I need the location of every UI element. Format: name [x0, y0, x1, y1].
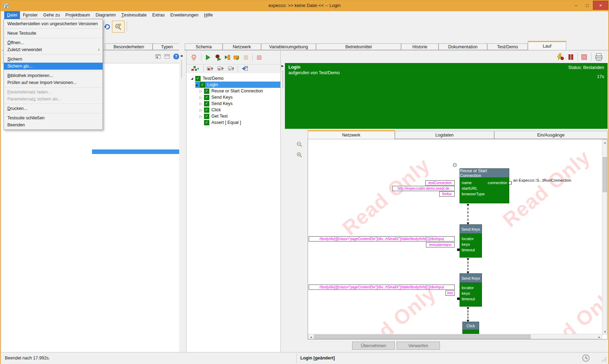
expand-toggle-icon[interactable]: ▷	[200, 114, 204, 118]
block-send-keys-1[interactable]: Send Keys locator keys timeout	[460, 224, 482, 258]
vertical-scrollbar[interactable]: ▴ ▾	[602, 139, 607, 335]
input-value-browsertype[interactable]: firefox	[439, 191, 455, 197]
tab-result-netzwerk[interactable]: Netzwerk	[308, 130, 395, 139]
tree-item-get-text[interactable]: ▷ ✓ Get Text	[200, 113, 280, 119]
hide-passed-icon[interactable]: ▾	[189, 65, 201, 72]
menu-hilfe[interactable]: Hilfe	[201, 11, 216, 19]
checkbox[interactable]: ✓	[204, 89, 209, 94]
scroll-up-icon[interactable]: ▴	[602, 140, 608, 145]
tree-item-click[interactable]: ▷ ✓ Click	[200, 107, 280, 113]
expand-toggle-icon[interactable]: ◢	[191, 77, 195, 80]
help-icon[interactable]: ?	[172, 52, 180, 60]
tab-lauf[interactable]: Lauf	[528, 41, 566, 50]
resize-grip[interactable]	[602, 357, 607, 363]
result-splitter[interactable]: ▶	[281, 50, 285, 352]
tree-item-reuse-connection[interactable]: ▷ ✓ Reuse or Start Connection	[200, 88, 280, 94]
stop-run-icon[interactable]	[580, 53, 588, 61]
menu-diagramm[interactable]: Diagramm	[93, 11, 119, 19]
tab-result-logdaten[interactable]: Logdaten	[395, 131, 494, 139]
splitter-handle[interactable]	[282, 71, 283, 88]
tab-betriebsmittel[interactable]: Betriebsmittel	[316, 43, 401, 50]
goto-caller-icon[interactable]	[241, 65, 249, 72]
frame-icon[interactable]	[163, 52, 171, 60]
checkbox[interactable]: ✓	[204, 120, 209, 125]
history-icon[interactable]	[582, 354, 590, 363]
tab-variablenumgebung[interactable]: Variablenumgebung	[261, 43, 316, 50]
input-value-locator[interactable]: //body/div[@class="pageContentDiv"]/div.…	[309, 285, 455, 290]
output-pin[interactable]	[509, 181, 512, 184]
expand-toggle-icon[interactable]: ◢	[195, 83, 200, 86]
menu-item-testsuite-schliessen[interactable]: Testsuite schließen	[4, 114, 103, 121]
menu-fenster[interactable]: Fenster	[20, 11, 40, 19]
menu-gehe-zu[interactable]: Gehe zu	[41, 11, 63, 19]
maximize-button[interactable]: □	[582, 1, 593, 10]
left-splitter[interactable]: ◀	[179, 41, 184, 352]
block-send-keys-2[interactable]: Send Keys locator keys timeout	[460, 273, 482, 307]
menu-item-oeffnen[interactable]: Öffnen...	[4, 39, 103, 46]
menu-item-pruefen-import-versionen[interactable]: Prüfen auf neue Import-Versionen...	[4, 79, 103, 86]
pin-keys[interactable]: keys	[462, 242, 470, 246]
pause-icon[interactable]	[242, 54, 250, 61]
tab-result-ein-ausgaenge[interactable]: Ein/Ausgänge	[494, 131, 608, 139]
reload-icon[interactable]	[103, 22, 111, 31]
input-value-name[interactable]: testConnection	[425, 180, 455, 186]
expand-toggle-icon[interactable]: ▷	[200, 89, 204, 93]
network-diagram[interactable]: Read Only Read Only Read Only Read Only …	[308, 139, 608, 340]
pause-run-icon[interactable]	[567, 53, 575, 61]
splitter-handle[interactable]	[181, 60, 182, 78]
tree-item-login[interactable]: ◢ ✓ Login	[195, 82, 280, 88]
pin-starturl[interactable]: startURL	[462, 186, 477, 190]
tab-typen[interactable]: Typen	[153, 43, 181, 50]
zoom-out-icon[interactable]	[296, 141, 303, 148]
checkbox[interactable]: ✓	[200, 82, 205, 88]
expand-toggle-icon[interactable]: ▷	[200, 102, 204, 106]
discard-button[interactable]: Verwerfen	[397, 342, 440, 350]
collapse-right-icon[interactable]: ▶	[281, 64, 284, 68]
scrollbar-thumb[interactable]	[314, 335, 531, 339]
menu-item-drucken[interactable]: Drucken...	[4, 105, 103, 112]
run-with-breakpoints-icon[interactable]	[224, 54, 231, 61]
find-references-icon[interactable]	[112, 21, 125, 33]
project-tree-selected-row[interactable]	[92, 149, 181, 154]
pin-locator[interactable]: locator	[462, 286, 474, 290]
apply-button[interactable]: Übernehmen	[352, 342, 395, 350]
expand-toggle-icon[interactable]: ▷	[200, 108, 204, 112]
pin-locator[interactable]: locator	[462, 237, 474, 241]
tree-item-send-keys-2[interactable]: ▷ ✓ Send Keys	[200, 100, 280, 107]
checkbox[interactable]: ✓	[195, 76, 201, 81]
run-icon[interactable]	[204, 54, 212, 61]
menu-testresultate[interactable]: Testresultate	[119, 11, 149, 19]
menu-extras[interactable]: Extras	[149, 11, 167, 19]
collapse-left-icon[interactable]: ◀	[180, 54, 182, 57]
checkbox[interactable]: ✓	[204, 107, 209, 113]
scroll-down-icon[interactable]: ▾	[602, 329, 608, 334]
pin-timeout[interactable]: timeout	[462, 297, 475, 301]
tab-historie[interactable]: Historie	[401, 43, 439, 50]
tree-item-test-demo[interactable]: ◢ ✓ Test/Demo	[191, 75, 280, 82]
checkbox[interactable]: ✓	[204, 114, 209, 119]
zoom-in-icon[interactable]	[296, 151, 303, 159]
menu-item-neue-testsuite[interactable]: Neue Testsuite	[4, 30, 103, 37]
pin-browsertype[interactable]: browserType	[462, 192, 485, 196]
input-value-keys[interactable]: mmustermann	[426, 242, 455, 247]
input-value-locator[interactable]: //body/div[@class="pageContentDiv"]/div.…	[309, 236, 455, 241]
stop-icon[interactable]	[255, 54, 263, 61]
menu-item-sichern-als[interactable]: Sichern als...	[4, 63, 103, 70]
breakpoint-gray-icon[interactable]: ?	[217, 65, 224, 72]
menu-item-bibliothek-importieren[interactable]: Bibliothek importieren...	[4, 72, 103, 79]
scroll-right-icon[interactable]: ▸	[597, 334, 602, 340]
minimize-button[interactable]: –	[570, 1, 582, 10]
block-reuse-or-start-connection[interactable]: Reuse or Start Connection nameconnection…	[460, 168, 509, 203]
menu-item-wiederherstellen[interactable]: Wiederherstellen von ungesicherten Versi…	[4, 20, 103, 27]
menu-item-beenden[interactable]: Beenden	[4, 121, 103, 128]
pin-keys[interactable]: keys	[462, 291, 470, 295]
tab-test-demo[interactable]: Test/Demo	[487, 43, 528, 50]
menu-projektbaum[interactable]: Projektbaum	[63, 11, 93, 19]
breakpoint-red-icon[interactable]: ?	[206, 65, 214, 72]
interrupt-debug-icon[interactable]	[556, 53, 564, 61]
block-click[interactable]: Click	[462, 322, 479, 335]
tab-schema[interactable]: Schema	[185, 43, 223, 50]
checkbox[interactable]: ✓	[204, 101, 209, 106]
scroll-left-icon[interactable]: ◂	[308, 334, 314, 340]
menu-item-sichern[interactable]: Sichern	[4, 56, 103, 63]
